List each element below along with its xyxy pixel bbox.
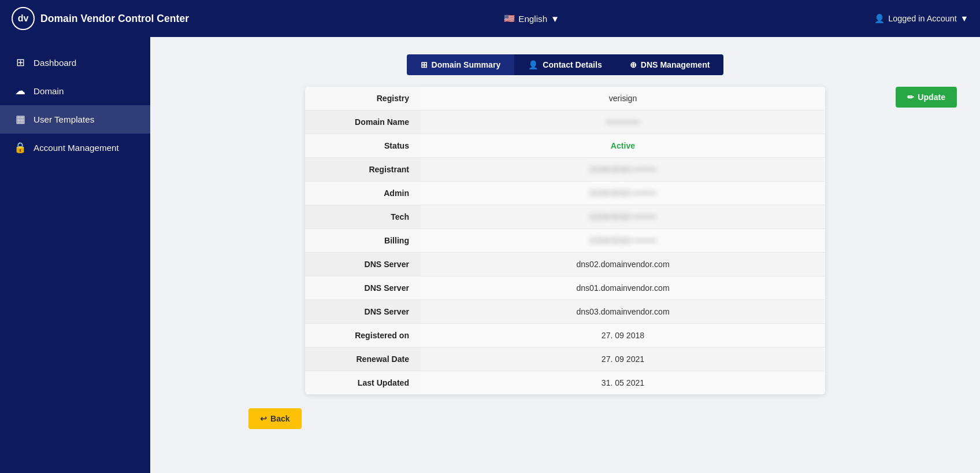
tabs: ⊞ Domain Summary 👤 Contact Details ⊕ DNS… bbox=[173, 54, 957, 75]
table-row: TechDOMVEND-•••••••• bbox=[305, 205, 825, 229]
layout: ⊞ Dashboard ☁ Domain ▦ User Templates 🔒 … bbox=[0, 37, 980, 473]
blurred-value: DOMVEND-•••••••• bbox=[589, 165, 656, 174]
row-value: Active bbox=[421, 134, 825, 158]
back-button-wrapper: ↩ Back bbox=[173, 394, 957, 429]
row-value: 27. 09 2018 bbox=[421, 324, 825, 348]
account-button[interactable]: 👤 Logged in Account ▼ bbox=[874, 14, 968, 24]
update-label: Update bbox=[918, 93, 945, 102]
table-row: DNS Serverdns01.domainvendor.com bbox=[305, 276, 825, 300]
update-button[interactable]: ✏ Update bbox=[896, 87, 957, 108]
row-label: Registered on bbox=[305, 324, 421, 348]
row-value: •••••••••••• bbox=[421, 110, 825, 134]
blurred-value: DOMVEND-•••••••• bbox=[589, 189, 656, 198]
row-value: dns01.domainvendor.com bbox=[421, 276, 825, 300]
brand: dv Domain Vendor Control Center bbox=[12, 7, 189, 30]
back-label: Back bbox=[270, 414, 290, 423]
blurred-value: •••••••••••• bbox=[606, 117, 640, 127]
table-row: Registryverisign bbox=[305, 87, 825, 110]
row-label: Last Updated bbox=[305, 371, 421, 395]
sidebar-item-domain[interactable]: ☁ Domain bbox=[0, 77, 150, 105]
blurred-value: DOMVEND-•••••••• bbox=[589, 236, 656, 245]
tab-dns-management-icon: ⊕ bbox=[630, 60, 637, 69]
navbar-center: 🇺🇸 English ▼ bbox=[189, 11, 874, 26]
tab-domain-summary-icon: ⊞ bbox=[421, 60, 428, 69]
main-content: ⊞ Domain Summary 👤 Contact Details ⊕ DNS… bbox=[150, 37, 980, 473]
row-label: DNS Server bbox=[305, 300, 421, 324]
cloud-icon: ☁ bbox=[14, 85, 27, 97]
flag-icon: 🇺🇸 bbox=[504, 13, 515, 24]
tab-dns-management-label: DNS Management bbox=[641, 60, 710, 69]
sidebar: ⊞ Dashboard ☁ Domain ▦ User Templates 🔒 … bbox=[0, 37, 150, 473]
table-row: Last Updated31. 05 2021 bbox=[305, 371, 825, 395]
account-icon: 👤 bbox=[874, 14, 885, 24]
table-row: Renewal Date27. 09 2021 bbox=[305, 348, 825, 371]
sidebar-label-dashboard: Dashboard bbox=[34, 58, 76, 68]
row-label: Billing bbox=[305, 229, 421, 253]
summary-card-wrapper: RegistryverisignDomain Name••••••••••••S… bbox=[173, 87, 957, 394]
table-row: DNS Serverdns02.domainvendor.com bbox=[305, 253, 825, 276]
language-dropdown-icon: ▼ bbox=[551, 14, 559, 24]
row-label: DNS Server bbox=[305, 276, 421, 300]
row-value: dns02.domainvendor.com bbox=[421, 253, 825, 276]
navbar: dv Domain Vendor Control Center 🇺🇸 Engli… bbox=[0, 0, 980, 37]
language-label: English bbox=[518, 14, 547, 24]
row-label: Registrant bbox=[305, 158, 421, 182]
tab-contact-details-icon: 👤 bbox=[528, 60, 539, 69]
row-value: 31. 05 2021 bbox=[421, 371, 825, 395]
table-row: StatusActive bbox=[305, 134, 825, 158]
tab-domain-summary[interactable]: ⊞ Domain Summary bbox=[407, 54, 515, 75]
table-row: Domain Name•••••••••••• bbox=[305, 110, 825, 134]
table-row: RegistrantDOMVEND-•••••••• bbox=[305, 158, 825, 182]
summary-card: RegistryverisignDomain Name••••••••••••S… bbox=[305, 87, 825, 394]
table-row: DNS Serverdns03.domainvendor.com bbox=[305, 300, 825, 324]
table-row: BillingDOMVEND-•••••••• bbox=[305, 229, 825, 253]
account-label: Logged in Account bbox=[888, 14, 956, 23]
pencil-icon: ✏ bbox=[907, 93, 914, 102]
sidebar-item-dashboard[interactable]: ⊞ Dashboard bbox=[0, 49, 150, 77]
sidebar-label-domain: Domain bbox=[34, 86, 64, 96]
row-value: DOMVEND-•••••••• bbox=[421, 182, 825, 205]
row-label: DNS Server bbox=[305, 253, 421, 276]
row-value: 27. 09 2021 bbox=[421, 348, 825, 371]
tab-dns-management[interactable]: ⊕ DNS Management bbox=[616, 54, 724, 75]
tab-contact-details[interactable]: 👤 Contact Details bbox=[514, 54, 615, 75]
tab-contact-details-label: Contact Details bbox=[543, 60, 602, 69]
app-title: Domain Vendor Control Center bbox=[40, 13, 189, 25]
back-icon: ↩ bbox=[260, 414, 267, 423]
row-value: DOMVEND-•••••••• bbox=[421, 158, 825, 182]
row-label: Renewal Date bbox=[305, 348, 421, 371]
row-value: dns03.domainvendor.com bbox=[421, 300, 825, 324]
back-button[interactable]: ↩ Back bbox=[248, 408, 302, 429]
row-label: Status bbox=[305, 134, 421, 158]
row-label: Domain Name bbox=[305, 110, 421, 134]
tab-domain-summary-label: Domain Summary bbox=[432, 60, 501, 69]
table-row: AdminDOMVEND-•••••••• bbox=[305, 182, 825, 205]
dashboard-icon: ⊞ bbox=[14, 57, 27, 69]
sidebar-label-account-management: Account Management bbox=[34, 143, 119, 153]
sidebar-item-user-templates[interactable]: ▦ User Templates bbox=[0, 105, 150, 134]
brand-logo: dv bbox=[12, 7, 35, 30]
row-value: DOMVEND-•••••••• bbox=[421, 229, 825, 253]
language-selector[interactable]: 🇺🇸 English ▼ bbox=[499, 11, 564, 26]
table-row: Registered on27. 09 2018 bbox=[305, 324, 825, 348]
navbar-right: 👤 Logged in Account ▼ bbox=[874, 14, 968, 24]
row-label: Registry bbox=[305, 87, 421, 110]
account-mgmt-icon: 🔒 bbox=[14, 142, 27, 154]
account-dropdown-icon: ▼ bbox=[960, 14, 968, 23]
row-value: DOMVEND-•••••••• bbox=[421, 205, 825, 229]
sidebar-label-user-templates: User Templates bbox=[34, 114, 94, 124]
row-label: Tech bbox=[305, 205, 421, 229]
templates-icon: ▦ bbox=[14, 113, 27, 125]
row-value: verisign bbox=[421, 87, 825, 110]
sidebar-item-account-management[interactable]: 🔒 Account Management bbox=[0, 134, 150, 162]
blurred-value: DOMVEND-•••••••• bbox=[589, 212, 656, 221]
row-label: Admin bbox=[305, 182, 421, 205]
status-badge: Active bbox=[611, 141, 635, 150]
summary-table: RegistryverisignDomain Name••••••••••••S… bbox=[305, 87, 825, 394]
